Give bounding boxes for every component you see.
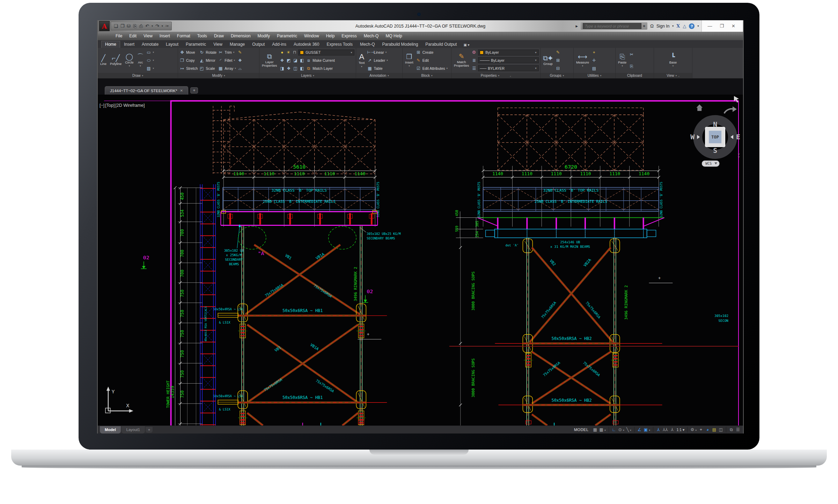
exchange-apps-icon[interactable]: X <box>676 23 680 29</box>
group-button[interactable]: ⧉✦Group <box>542 49 554 72</box>
ribbon-tab-home[interactable]: Home <box>101 41 120 48</box>
panel-title-clipboard[interactable]: Clipboard <box>616 73 654 78</box>
measure-button[interactable]: ⟷Measure▾ <box>575 49 590 72</box>
quick-properties-icon[interactable]: ▤ <box>711 427 717 432</box>
save-icon[interactable]: ⛁ <box>127 24 131 28</box>
panel-title-block[interactable]: Block▾ <box>403 73 451 78</box>
panel-title-draw[interactable]: Draw▾ <box>98 73 178 78</box>
object-color-dropdown[interactable]: ByLayer▼ <box>478 50 539 55</box>
menu-modify[interactable]: Modify <box>255 33 273 39</box>
polyline-button[interactable]: ⌐╱Polyline <box>109 49 123 72</box>
new-layout-button[interactable]: + <box>146 427 153 433</box>
layer-walk-icon[interactable]: ❖ <box>286 66 291 71</box>
isometric-drafting-icon[interactable]: ╲ ▾ <box>626 427 632 432</box>
circle-button[interactable]: ◯Circle▾ <box>124 49 134 72</box>
polar-tracking-icon[interactable]: ⊙ ▾ <box>618 427 625 432</box>
search-binoculars-icon[interactable]: ⌖ <box>643 23 645 29</box>
layer-isolate-icon[interactable]: ❖ <box>279 58 285 63</box>
hatch-icon[interactable]: ▨ <box>146 66 152 71</box>
ribbon-tab-layout[interactable]: Layout <box>162 41 182 48</box>
menu-tools[interactable]: Tools <box>194 33 210 39</box>
units-icon[interactable]: ◕ <box>705 427 711 432</box>
cut-icon[interactable]: ✂ <box>629 52 634 57</box>
ribbon-tab-mech-q[interactable]: Mech-Q <box>356 41 378 48</box>
rotate-button[interactable]: ↻Rotate <box>199 49 216 56</box>
panel-title-modify[interactable]: Modify▾ <box>178 73 259 78</box>
a360-icon[interactable]: △ <box>683 23 686 29</box>
annotation-scale-icon[interactable]: ⅄ <box>669 427 675 432</box>
quick-calc-icon[interactable]: ▤ <box>591 66 597 71</box>
grid-display-icon[interactable]: ▩ ▾ <box>599 427 607 432</box>
ribbon-tab-output[interactable]: Output <box>249 41 268 48</box>
open-file-icon[interactable]: ❐ <box>120 24 125 28</box>
menu-draw[interactable]: Draw <box>211 33 227 39</box>
tab-close-icon[interactable]: ✕ <box>180 89 183 92</box>
snap-grid-icon[interactable]: ▦ <box>592 427 598 432</box>
menu-file[interactable]: File <box>112 33 125 39</box>
menu-parametric[interactable]: Parametric <box>274 33 300 39</box>
ribbon-tab-autodesk-360[interactable]: Autodesk 360 <box>290 41 323 48</box>
ribbon-tab-manage[interactable]: Manage <box>226 41 248 48</box>
viewport-menu-control[interactable]: [−] <box>100 103 104 108</box>
trim-button[interactable]: ✂Trim▾ <box>218 49 236 56</box>
text-button[interactable]: AText▾ <box>358 49 366 72</box>
application-menu-button[interactable]: A <box>99 21 110 31</box>
mirror-button[interactable]: ◭Mirror <box>199 57 216 64</box>
edit-attributes-button[interactable]: ☑Edit Attributes▾ <box>416 65 448 72</box>
insert-block-button[interactable]: ❒Insert▾ <box>404 49 414 72</box>
layer-unlock-icon[interactable]: ⊓ <box>292 50 297 55</box>
ortho-icon[interactable]: ∟ <box>611 427 617 432</box>
array-button[interactable]: ▦Array▾ <box>218 65 236 72</box>
redo-caret-icon[interactable]: ▾ <box>162 24 163 28</box>
sign-in-caret-icon[interactable]: ▾ <box>672 24 674 28</box>
model-space-button[interactable]: MODEL <box>571 428 591 432</box>
match-properties-button[interactable]: ✎ MatchProperties <box>453 49 470 72</box>
workspace-gear-icon[interactable]: ⚙ ▾ <box>690 427 697 432</box>
edit-block-button[interactable]: ✎Edit <box>416 57 448 64</box>
autoscale-icon[interactable]: ⅄⅄ <box>662 427 669 432</box>
search-expand-icon[interactable]: ▸ <box>575 23 578 29</box>
drawing-tab[interactable]: J1444~TT~02~GA OF STEELWORK* ✕ <box>105 86 188 95</box>
match-layer-button[interactable]: Match Layer <box>313 66 333 71</box>
menu-edit[interactable]: Edit <box>126 33 140 39</box>
view-expander-icon[interactable]: ⌟ <box>678 74 679 77</box>
ellipse-icon[interactable]: ⬭ <box>146 58 152 63</box>
ribbon-tab-parametric[interactable]: Parametric <box>182 41 210 48</box>
paste-button[interactable]: ⎘Paste▾ <box>617 49 627 72</box>
erase-icon[interactable]: ✎ <box>237 50 243 55</box>
layout1-tab[interactable]: Layout1 <box>122 426 145 433</box>
undo-caret-icon[interactable]: ▾ <box>152 24 153 28</box>
ribbon-tab-view[interactable]: View <box>210 41 226 48</box>
view-control[interactable]: [Top] <box>105 103 115 108</box>
menu-mq-help[interactable]: MQ Help <box>382 33 405 39</box>
menu-express[interactable]: Express <box>338 33 360 39</box>
copy-clip-icon[interactable]: ⎘ <box>629 64 634 69</box>
menu-window[interactable]: Window <box>301 33 322 39</box>
menu-view[interactable]: View <box>140 33 156 39</box>
annotation-monitor-icon[interactable]: + <box>698 427 704 432</box>
panel-title-layers[interactable]: Layers▾ <box>259 73 356 78</box>
line-button[interactable]: ╱Line <box>99 49 108 72</box>
move-button[interactable]: ✥Move <box>179 49 198 56</box>
layer-off-icon[interactable]: ◪ <box>293 58 298 63</box>
customization-icon[interactable]: ☰ <box>735 427 741 432</box>
visual-style-control[interactable]: [2D Wireframe] <box>115 103 145 108</box>
ribbon-tab-parabuild-modeling[interactable]: Parabuild Modeling <box>379 41 422 48</box>
ribbon-tab-express-tools[interactable]: Express Tools <box>323 41 356 48</box>
clean-screen-icon[interactable]: ⧉ <box>728 427 734 432</box>
ribbon-tab-add-ins[interactable]: Add-ins <box>269 41 290 48</box>
linetype-dropdown[interactable]: ——BYLAYER▼ <box>478 65 539 71</box>
stretch-button[interactable]: ↦Stretch <box>179 65 198 72</box>
ribbon-tab-annotate[interactable]: Annotate <box>138 41 162 48</box>
minimize-button[interactable]: — <box>707 23 712 29</box>
copy-button[interactable]: ❐Copy <box>179 57 198 64</box>
close-button[interactable]: ✕ <box>732 23 735 29</box>
viewcube[interactable]: NWESTOP⌄⌄WCS <box>690 96 740 166</box>
annotation-scale-value[interactable]: 1:1 ▾ <box>676 428 685 432</box>
layer-thaw-icon[interactable]: ☀ <box>286 50 291 55</box>
panel-title-properties[interactable]: Properties▾⌟ <box>451 73 540 78</box>
search-input[interactable] <box>583 23 641 29</box>
layer-dropdown[interactable]: GUSSET ▼ <box>298 50 354 55</box>
layer-lock-icon[interactable]: ◧ <box>299 58 304 63</box>
qat-customize-icon[interactable]: ≡▾ <box>166 24 169 28</box>
